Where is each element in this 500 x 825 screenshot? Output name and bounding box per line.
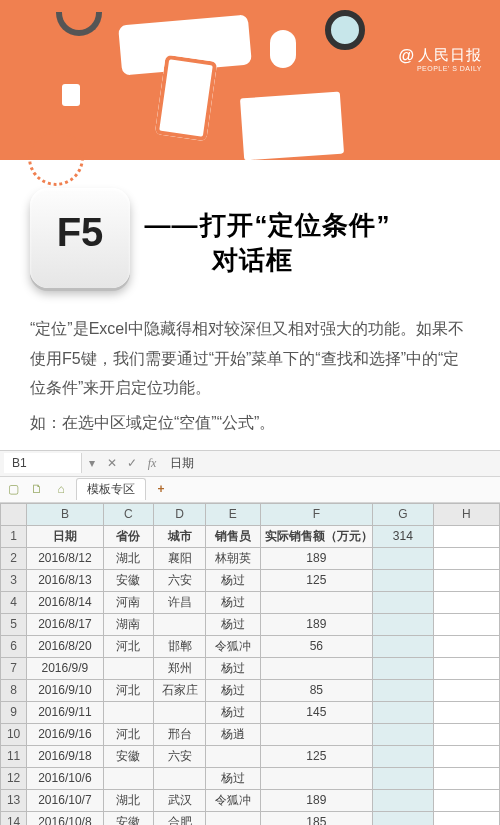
cell[interactable] [433,635,499,657]
cell[interactable]: 安徽 [103,745,153,767]
cell[interactable]: 湖北 [103,547,153,569]
cell[interactable]: 2016/8/20 [27,635,103,657]
cell[interactable] [373,679,433,701]
select-all-corner[interactable] [1,503,27,525]
cell[interactable]: 2016/10/7 [27,789,103,811]
row-header[interactable]: 12 [1,767,27,789]
home-icon[interactable]: ⌂ [52,480,70,498]
cell[interactable] [103,657,153,679]
formula-value[interactable]: 日期 [162,455,500,472]
namebox-dropdown-icon[interactable]: ▾ [82,456,102,470]
cell[interactable]: 郑州 [153,657,205,679]
cell[interactable]: 安徽 [103,811,153,825]
cell[interactable]: 河南 [103,591,153,613]
cell[interactable] [373,811,433,825]
col-header[interactable]: C [103,503,153,525]
table-row[interactable]: 82016/9/10河北石家庄杨过85 [1,679,500,701]
cell[interactable]: 56 [260,635,373,657]
cell[interactable] [433,723,499,745]
col-header[interactable]: H [433,503,499,525]
cell[interactable]: 2016/8/14 [27,591,103,613]
cell[interactable]: 河北 [103,723,153,745]
row-header[interactable]: 9 [1,701,27,723]
cell[interactable]: 杨过 [206,679,260,701]
column-header-row[interactable]: B C D E F G H [1,503,500,525]
cell[interactable] [373,547,433,569]
cell[interactable]: 145 [260,701,373,723]
cell[interactable] [433,767,499,789]
cell[interactable] [373,723,433,745]
cell[interactable]: 令狐冲 [206,635,260,657]
table-row[interactable]: 122016/10/6杨过 [1,767,500,789]
cell[interactable] [373,569,433,591]
cell[interactable]: 杨过 [206,591,260,613]
col-header[interactable]: E [206,503,260,525]
cell[interactable]: 2016/8/17 [27,613,103,635]
cell[interactable]: 许昌 [153,591,205,613]
cell[interactable] [433,701,499,723]
table-row[interactable]: 112016/9/18安徽六安125 [1,745,500,767]
cell[interactable]: 2016/9/16 [27,723,103,745]
cell[interactable]: 189 [260,789,373,811]
add-tab-icon[interactable]: + [152,482,170,496]
cell[interactable] [103,701,153,723]
row-header[interactable]: 14 [1,811,27,825]
cell[interactable]: 189 [260,547,373,569]
row-header[interactable]: 10 [1,723,27,745]
cell[interactable]: 河北 [103,679,153,701]
row-header[interactable]: 6 [1,635,27,657]
cell[interactable] [153,613,205,635]
cell[interactable] [433,789,499,811]
cell[interactable]: 六安 [153,745,205,767]
fx-icon[interactable]: fx [142,456,162,471]
cell[interactable]: 2016/8/12 [27,547,103,569]
cancel-icon[interactable]: ✕ [102,456,122,470]
cell[interactable]: 185 [260,811,373,825]
cell[interactable] [373,635,433,657]
cell[interactable] [373,657,433,679]
cell[interactable] [433,745,499,767]
table-row[interactable]: 32016/8/13安徽六安杨过125 [1,569,500,591]
cell[interactable] [433,657,499,679]
row-header[interactable]: 8 [1,679,27,701]
cell[interactable]: 2016/10/8 [27,811,103,825]
row-header[interactable]: 3 [1,569,27,591]
cell[interactable]: 2016/9/9 [27,657,103,679]
cell[interactable]: 314 [373,525,433,547]
row-header[interactable]: 5 [1,613,27,635]
table-row[interactable]: 72016/9/9郑州杨过 [1,657,500,679]
cell[interactable]: 杨过 [206,657,260,679]
cell[interactable]: 189 [260,613,373,635]
row-header[interactable]: 11 [1,745,27,767]
row-header[interactable]: 13 [1,789,27,811]
cell[interactable]: 85 [260,679,373,701]
cell[interactable]: 六安 [153,569,205,591]
cell[interactable] [373,789,433,811]
col-header[interactable]: F [260,503,373,525]
cell[interactable] [153,767,205,789]
sheet-tab[interactable]: 模板专区 [76,478,146,500]
cell[interactable] [103,767,153,789]
row-header[interactable]: 2 [1,547,27,569]
cell[interactable]: 杨过 [206,569,260,591]
cell[interactable] [433,591,499,613]
col-header[interactable]: B [27,503,103,525]
cell[interactable]: 邢台 [153,723,205,745]
cell[interactable] [433,613,499,635]
cell[interactable]: 2016/10/6 [27,767,103,789]
table-row[interactable]: 52016/8/17湖南杨过189 [1,613,500,635]
cell[interactable]: 2016/8/13 [27,569,103,591]
cell[interactable] [260,767,373,789]
cell[interactable]: 令狐冲 [206,789,260,811]
cell[interactable]: 石家庄 [153,679,205,701]
cell[interactable]: 杨过 [206,613,260,635]
cell[interactable]: 武汉 [153,789,205,811]
cell[interactable] [433,547,499,569]
cell[interactable]: 杨过 [206,767,260,789]
header-cell[interactable]: 城市 [153,525,205,547]
table-row[interactable]: 132016/10/7湖北武汉令狐冲189 [1,789,500,811]
cell[interactable]: 襄阳 [153,547,205,569]
cell[interactable]: 安徽 [103,569,153,591]
cell[interactable] [433,679,499,701]
confirm-icon[interactable]: ✓ [122,456,142,470]
